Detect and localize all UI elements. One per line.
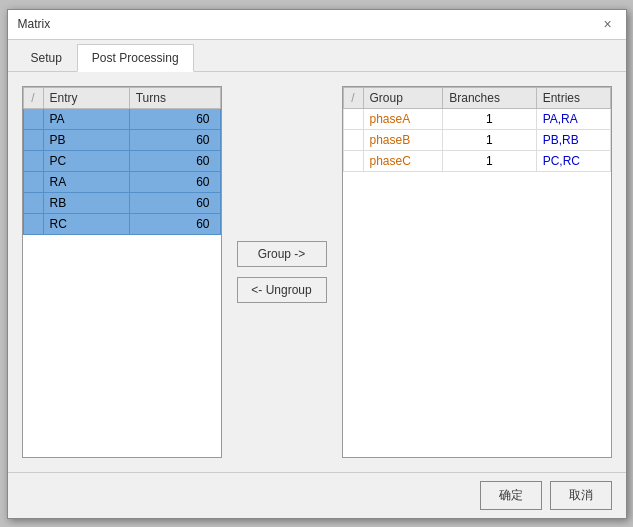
left-table-container: / Entry Turns PA 60 PB 60 PC 60 RA xyxy=(22,86,222,458)
table-row[interactable]: RC 60 xyxy=(23,213,220,234)
left-col-entry: Entry xyxy=(43,87,129,108)
left-panel: / Entry Turns PA 60 PB 60 PC 60 RA xyxy=(22,86,222,458)
row-entries: PB,RB xyxy=(536,129,610,150)
right-col-branches: Branches xyxy=(443,87,536,108)
row-entries: PC,RC xyxy=(536,150,610,171)
right-table-body: phaseA 1 PA,RA phaseB 1 PB,RB phaseC 1 P… xyxy=(343,108,610,171)
middle-panel: Group -> <- Ungroup xyxy=(232,86,332,458)
row-branches: 1 xyxy=(443,150,536,171)
row-entries: PA,RA xyxy=(536,108,610,129)
row-entry: PA xyxy=(43,108,129,129)
ungroup-button[interactable]: <- Ungroup xyxy=(237,277,327,303)
title-bar: Matrix × xyxy=(8,10,626,40)
table-row[interactable]: RB 60 xyxy=(23,192,220,213)
row-turns: 60 xyxy=(129,213,220,234)
close-button[interactable]: × xyxy=(600,16,616,32)
row-branches: 1 xyxy=(443,129,536,150)
row-entry: PC xyxy=(43,150,129,171)
right-table-header: / Group Branches Entries xyxy=(343,87,610,108)
row-icon xyxy=(23,213,43,234)
cancel-button[interactable]: 取消 xyxy=(550,481,612,510)
row-entry: RC xyxy=(43,213,129,234)
right-col-icon: / xyxy=(343,87,363,108)
confirm-button[interactable]: 确定 xyxy=(480,481,542,510)
left-table-header: / Entry Turns xyxy=(23,87,220,108)
left-table-body: PA 60 PB 60 PC 60 RA 60 RB 60 RC 60 xyxy=(23,108,220,234)
tab-setup[interactable]: Setup xyxy=(16,44,77,71)
dialog-title: Matrix xyxy=(18,17,51,31)
row-icon xyxy=(343,150,363,171)
row-turns: 60 xyxy=(129,129,220,150)
row-turns: 60 xyxy=(129,108,220,129)
right-table: / Group Branches Entries phaseA 1 PA,RA … xyxy=(343,87,611,172)
footer: 确定 取消 xyxy=(8,472,626,518)
row-turns: 60 xyxy=(129,192,220,213)
table-row[interactable]: PC 60 xyxy=(23,150,220,171)
matrix-dialog: Matrix × Setup Post Processing / Entry T… xyxy=(7,9,627,519)
row-entry: PB xyxy=(43,129,129,150)
row-icon xyxy=(23,129,43,150)
row-branches: 1 xyxy=(443,108,536,129)
right-table-container: / Group Branches Entries phaseA 1 PA,RA … xyxy=(342,86,612,458)
right-col-group: Group xyxy=(363,87,443,108)
table-row[interactable]: phaseB 1 PB,RB xyxy=(343,129,610,150)
row-icon xyxy=(23,150,43,171)
row-icon xyxy=(23,192,43,213)
row-turns: 60 xyxy=(129,171,220,192)
table-row[interactable]: phaseC 1 PC,RC xyxy=(343,150,610,171)
row-group: phaseC xyxy=(363,150,443,171)
tab-bar: Setup Post Processing xyxy=(8,40,626,72)
table-row[interactable]: phaseA 1 PA,RA xyxy=(343,108,610,129)
row-icon xyxy=(23,108,43,129)
table-row[interactable]: PB 60 xyxy=(23,129,220,150)
left-table: / Entry Turns PA 60 PB 60 PC 60 RA xyxy=(23,87,221,235)
left-col-turns: Turns xyxy=(129,87,220,108)
right-col-entries: Entries xyxy=(536,87,610,108)
right-panel: / Group Branches Entries phaseA 1 PA,RA … xyxy=(342,86,612,458)
table-row[interactable]: PA 60 xyxy=(23,108,220,129)
group-button[interactable]: Group -> xyxy=(237,241,327,267)
tab-post-processing[interactable]: Post Processing xyxy=(77,44,194,72)
row-turns: 60 xyxy=(129,150,220,171)
row-group: phaseA xyxy=(363,108,443,129)
table-row[interactable]: RA 60 xyxy=(23,171,220,192)
row-icon xyxy=(343,108,363,129)
left-col-icon: / xyxy=(23,87,43,108)
content-area: / Entry Turns PA 60 PB 60 PC 60 RA xyxy=(8,72,626,472)
row-icon xyxy=(23,171,43,192)
row-group: phaseB xyxy=(363,129,443,150)
row-icon xyxy=(343,129,363,150)
row-entry: RB xyxy=(43,192,129,213)
row-entry: RA xyxy=(43,171,129,192)
